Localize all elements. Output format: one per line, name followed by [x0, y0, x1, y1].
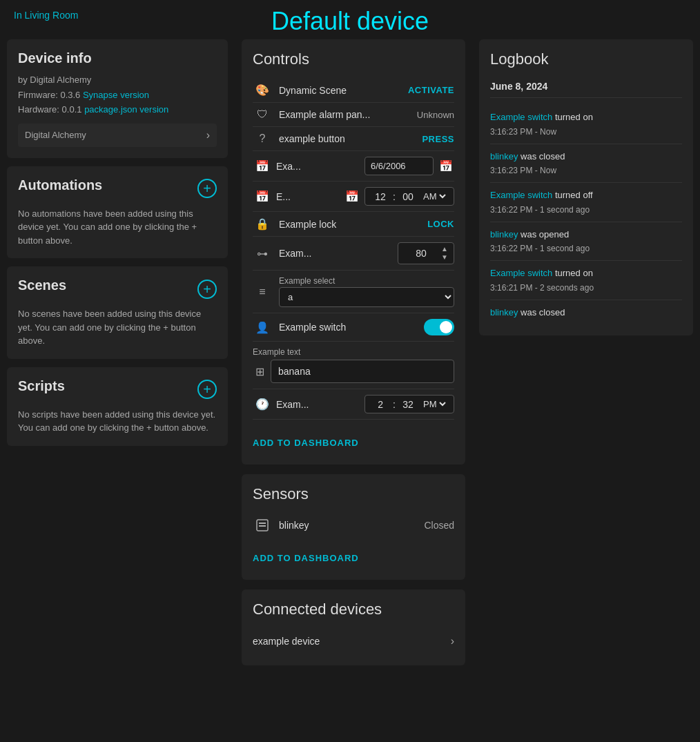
control-row-select: ≡ Example select a b c [253, 271, 454, 313]
scenes-empty: No scenes have been added using this dev… [18, 307, 217, 348]
header: In Living Room Default device [0, 0, 700, 39]
device-info-card: Device info by Digital Alchemy Firmware:… [7, 39, 228, 158]
dynamic-scene-label: Dynamic Scene [279, 85, 401, 96]
control-row-time2: 🕐 Exam... : AM PM [253, 389, 454, 420]
add-scene-button[interactable]: + [197, 280, 217, 299]
device-brand-row[interactable]: Digital Alchemy › [18, 124, 217, 147]
log-entry-3: blinkey was opened 3:16:22 PM - 1 second… [490, 222, 682, 262]
time1-minute-input[interactable] [398, 191, 418, 202]
number-decrement-button[interactable]: ▼ [441, 254, 448, 261]
log-entry-4: Example switch turned on 3:16:21 PM - 2 … [490, 261, 682, 300]
main-layout: Device info by Digital Alchemy Firmware:… [0, 39, 700, 675]
log-device-0[interactable]: Example switch [490, 112, 552, 122]
time1-label: E... [276, 191, 340, 202]
select-label: Example select [279, 276, 454, 286]
log-time-4: 3:16:21 PM - 2 seconds ago [490, 282, 682, 294]
time1-hour-input[interactable] [371, 191, 390, 202]
control-row-alarm: 🛡 Example alarm pan... Unknown [253, 103, 454, 127]
logbook-card: Logbook June 8, 2024 Example switch turn… [479, 39, 693, 335]
sensors-add-to-dashboard-button[interactable]: ADD TO DASHBOARD [253, 547, 359, 569]
lock-icon: 🔒 [253, 217, 272, 231]
log-entry-1: blinkey was closed 3:16:23 PM - Now [490, 144, 682, 184]
firmware-label: Firmware: 0.3.6 Synapse version [18, 88, 217, 102]
control-row-button: ? example button PRESS [253, 127, 454, 151]
scenes-card: Scenes + No scenes have been added using… [7, 266, 228, 359]
scenes-title: Scenes [18, 277, 66, 293]
log-action-2: turned off [555, 190, 593, 200]
time-separator: : [393, 191, 396, 202]
chevron-right-icon: › [206, 129, 210, 141]
number-input[interactable] [404, 248, 438, 259]
date-input[interactable] [364, 157, 434, 175]
blinkey-name: blinkey [279, 520, 417, 531]
log-entry-5: blinkey was closed [490, 300, 682, 325]
number-label: Exam... [279, 248, 391, 259]
page-title: Default device [271, 7, 429, 36]
automations-empty: No automations have been added using thi… [18, 207, 217, 248]
sensors-card: Sensors blinkey Closed ADD TO DASHBOARD [242, 474, 465, 580]
control-row-lock: 🔒 Example lock LOCK [253, 212, 454, 237]
control-row-time1: 📅 E... 📅 : AM PM [253, 182, 454, 212]
log-time-2: 3:16:22 PM - 1 second ago [490, 204, 682, 216]
question-icon: ? [253, 133, 272, 145]
hardware-link[interactable]: package.json version [84, 104, 168, 115]
logbook-title: Logbook [490, 50, 682, 68]
scripts-header: Scripts + [18, 378, 217, 401]
control-row-dynamic-scene: 🎨 Dynamic Scene ACTIVATE [253, 78, 454, 103]
connected-device-name: example device [253, 636, 451, 647]
add-automation-button[interactable]: + [197, 179, 217, 198]
log-device-3[interactable]: blinkey [490, 229, 518, 240]
log-device-4[interactable]: Example switch [490, 268, 552, 278]
left-sidebar: Device info by Digital Alchemy Firmware:… [7, 39, 235, 675]
calendar-clock-icon: 📅 [253, 190, 272, 203]
time1-ampm-select[interactable]: AM PM [420, 191, 448, 202]
press-button[interactable]: PRESS [422, 134, 454, 144]
control-row-switch: 👤 Example switch [253, 313, 454, 342]
svg-rect-2 [259, 525, 266, 527]
calendar-picker-button[interactable]: 📅 [438, 158, 454, 174]
add-script-button[interactable]: + [197, 380, 217, 399]
log-action-1: was closed [521, 151, 565, 162]
example-switch-toggle[interactable] [424, 319, 454, 335]
time1-input-group: : AM PM [364, 187, 454, 206]
log-device-1[interactable]: blinkey [490, 151, 518, 162]
log-device-5[interactable]: blinkey [490, 307, 518, 318]
automations-card: Automations + No automations have been a… [7, 166, 228, 259]
clock-icon: 🕐 [253, 398, 272, 411]
text-input-label: Example text [253, 347, 454, 357]
text-input-field[interactable] [271, 360, 454, 383]
log-entry-2: Example switch turned off 3:16:22 PM - 1… [490, 183, 682, 222]
time2-hour-input[interactable] [371, 399, 390, 410]
number-increment-button[interactable]: ▲ [441, 246, 448, 253]
scripts-empty: No scripts have been added using this de… [18, 408, 217, 435]
firmware-link[interactable]: Synapse version [83, 90, 149, 100]
toggle-slider [424, 319, 454, 335]
log-time-0: 3:16:23 PM - Now [490, 126, 682, 138]
blinkey-value: Closed [424, 520, 454, 531]
connected-device-chevron: › [451, 635, 454, 647]
log-device-2[interactable]: Example switch [490, 190, 552, 200]
scenes-header: Scenes + [18, 277, 217, 300]
activate-button[interactable]: ACTIVATE [408, 85, 454, 95]
center-panel: Controls 🎨 Dynamic Scene ACTIVATE 🛡 Exam… [235, 39, 472, 675]
text-icon: ⊞ [253, 365, 266, 378]
time1-calendar-button[interactable]: 📅 [344, 188, 360, 204]
time2-minute-input[interactable] [398, 399, 418, 410]
time2-ampm-select[interactable]: AM PM [420, 398, 448, 410]
controls-add-to-dashboard-button[interactable]: ADD TO DASHBOARD [253, 432, 359, 453]
sensor-icon [253, 518, 272, 532]
log-entry-0: Example switch turned on 3:16:23 PM - No… [490, 105, 682, 144]
breadcrumb[interactable]: In Living Room [14, 10, 78, 21]
log-action-3: was opened [521, 229, 569, 240]
connected-device-row[interactable]: example device › [253, 628, 454, 654]
device-brand-text: Digital Alchemy [25, 130, 86, 140]
scripts-title: Scripts [18, 378, 65, 394]
time2-input-group: : AM PM [364, 395, 454, 413]
shield-icon: 🛡 [253, 108, 272, 121]
lock-button[interactable]: LOCK [427, 219, 454, 229]
example-button-label: example button [279, 133, 415, 144]
number-input-group: ▲ ▼ [398, 242, 454, 264]
example-select[interactable]: a b c [279, 287, 454, 307]
alarm-value: Unknown [417, 110, 454, 120]
time2-separator: : [393, 399, 396, 410]
